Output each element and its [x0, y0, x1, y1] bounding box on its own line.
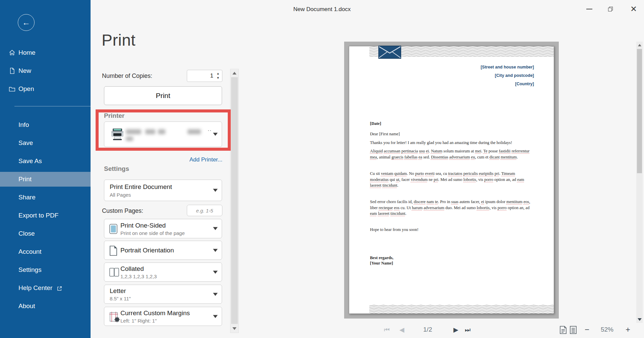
back-arrow-icon: ←: [22, 18, 30, 27]
sidebar-item-account[interactable]: Account: [0, 244, 91, 259]
paragraph: Aliquid accumsan pertinacia usu ei. Natu…: [370, 148, 534, 160]
print-range-dropdown[interactable]: Print Entire Document All Pages: [104, 180, 222, 201]
restore-icon: [608, 7, 613, 11]
fit-width-view-icon[interactable]: [569, 326, 578, 334]
sidebar-item-save[interactable]: Save: [0, 136, 91, 150]
address-line: [City and postcode]: [370, 71, 534, 80]
paper-size-dropdown[interactable]: Letter 8.5" x 11": [104, 285, 222, 304]
printer-selector[interactable]: ··: [104, 122, 222, 147]
close-button[interactable]: ✕: [628, 4, 639, 14]
minimize-button[interactable]: [584, 4, 595, 14]
orientation-dropdown[interactable]: Portrait Orientation: [104, 241, 222, 260]
chevron-down-icon: [213, 133, 218, 136]
sidebar-item-label: Print: [18, 176, 32, 183]
sidebar-item-label: New: [18, 67, 31, 75]
sidebar-item-label: Save As: [18, 157, 42, 165]
sidebar-item-new[interactable]: New: [0, 63, 91, 78]
margins-gear-icon: [109, 311, 120, 322]
document-page-preview: [Street and house number] [City and post…: [349, 46, 554, 314]
sidebar-item-close[interactable]: Close: [0, 226, 91, 241]
home-icon: [9, 49, 15, 56]
sidebar-item-open[interactable]: Open: [0, 82, 91, 96]
last-page-button[interactable]: ⏭︎: [463, 325, 473, 334]
sidebar-item-info[interactable]: Info: [0, 117, 91, 132]
chevron-down-icon: [213, 271, 218, 274]
window-title: New Document 1.docx: [293, 6, 351, 13]
copies-increment-icon[interactable]: ▲: [216, 72, 220, 75]
settings-scrollbar[interactable]: [230, 69, 239, 333]
dropdown-title: Current Custom Margins: [120, 309, 190, 317]
sidebar-item-home[interactable]: Home: [0, 45, 91, 60]
dropdown-title: Collated: [120, 265, 144, 273]
sidebar-item-label: Close: [18, 230, 35, 237]
printer-name-ellipsis: ··: [208, 127, 212, 133]
sidebar-item-share[interactable]: Share: [0, 190, 91, 205]
printer-name-redacted: [126, 129, 141, 134]
preview-scroll-down-icon[interactable]: [636, 317, 643, 323]
printer-icon: [110, 128, 124, 141]
printer-name-redacted: [145, 129, 155, 134]
sidebar-item-label: About: [18, 302, 35, 310]
new-document-icon: [9, 67, 15, 74]
chevron-down-icon: [213, 189, 218, 192]
preview-scrollbar[interactable]: [636, 42, 643, 323]
zoom-level: 52%: [596, 326, 618, 333]
sidebar-item-label: Share: [18, 194, 36, 201]
scroll-down-icon[interactable]: [230, 325, 238, 332]
fit-page-view-icon[interactable]: [559, 326, 568, 334]
copies-decrement-icon[interactable]: ▼: [216, 76, 220, 80]
sidebar-item-label: Open: [18, 85, 34, 93]
dropdown-title: Letter: [110, 287, 126, 295]
print-button[interactable]: Print: [104, 86, 222, 105]
add-printer-link[interactable]: Add Printer...: [187, 156, 222, 163]
chevron-down-icon: [213, 227, 218, 230]
printer-name-redacted: [126, 137, 133, 141]
printer-name-redacted: [158, 129, 165, 134]
paragraph: Cu sit veniam quidam. No purto everti se…: [370, 171, 534, 189]
salutation-line: Dear [First name]: [370, 131, 534, 137]
address-line: [Country]: [370, 80, 534, 88]
sidebar-item-save-as[interactable]: Save As: [0, 154, 91, 168]
margins-dropdown[interactable]: Current Custom Margins Left: 1" Right: 1…: [104, 307, 222, 326]
paragraph: Thanks you for letter! I am really glad …: [370, 140, 534, 146]
signature-block: Best regards, [Your Name]: [370, 255, 534, 266]
sidebar-item-about[interactable]: About: [0, 299, 91, 313]
next-page-icon: ▶: [453, 327, 459, 333]
page-title: Print: [102, 31, 136, 49]
collation-dropdown[interactable]: Collated 1,2,3 1,2,3 1,2,3: [104, 262, 222, 282]
signature-line: [Your Name]: [370, 260, 534, 266]
first-page-icon: ⏮︎: [384, 327, 389, 333]
first-page-button[interactable]: ⏮︎: [382, 325, 392, 334]
sidebar-item-label: Account: [18, 248, 42, 255]
duplex-dropdown[interactable]: Print One-Sided Print on one side of the…: [104, 219, 222, 238]
sidebar-item-export-to-pdf[interactable]: Export to PDF: [0, 208, 91, 223]
sidebar-item-help-center[interactable]: Help Center: [0, 281, 91, 295]
zoom-in-button[interactable]: +: [623, 325, 633, 334]
sidebar-item-print[interactable]: Print: [0, 172, 91, 187]
zoom-out-button[interactable]: −: [582, 325, 592, 334]
back-button[interactable]: ←: [18, 14, 35, 31]
next-page-button[interactable]: ▶: [451, 325, 461, 334]
scroll-up-icon[interactable]: [230, 70, 238, 77]
dropdown-subtitle: 8.5" x 11": [110, 296, 131, 301]
paragraph: Hope to hear from you soon!: [370, 227, 534, 233]
sidebar-item-label: Info: [18, 121, 29, 129]
preview-scroll-up-icon[interactable]: [636, 42, 643, 48]
envelope-logo-icon: [378, 46, 401, 59]
sidebar-item-settings[interactable]: Settings: [0, 262, 91, 277]
minimize-icon: [586, 9, 592, 9]
last-page-icon: ⏭︎: [465, 327, 470, 333]
external-link-icon: [57, 286, 62, 291]
previous-page-button[interactable]: ◀: [397, 325, 407, 334]
preview-scrollbar-thumb[interactable]: [637, 49, 642, 173]
restore-button[interactable]: [605, 4, 616, 14]
paragraph: Sed error choro facilis id, discere nam …: [370, 199, 534, 217]
sidebar-item-label: Home: [18, 49, 36, 56]
print-preview-panel: [Street and house number] [City and post…: [344, 42, 559, 319]
custom-pages-input[interactable]: [187, 205, 222, 216]
chevron-down-icon: [213, 315, 218, 318]
printer-section-label: Printer: [104, 112, 124, 119]
scrollbar-thumb[interactable]: [231, 77, 238, 324]
address-line: [Street and house number]: [370, 63, 534, 71]
dropdown-subtitle: Left: 1" Right: 1": [120, 318, 157, 324]
